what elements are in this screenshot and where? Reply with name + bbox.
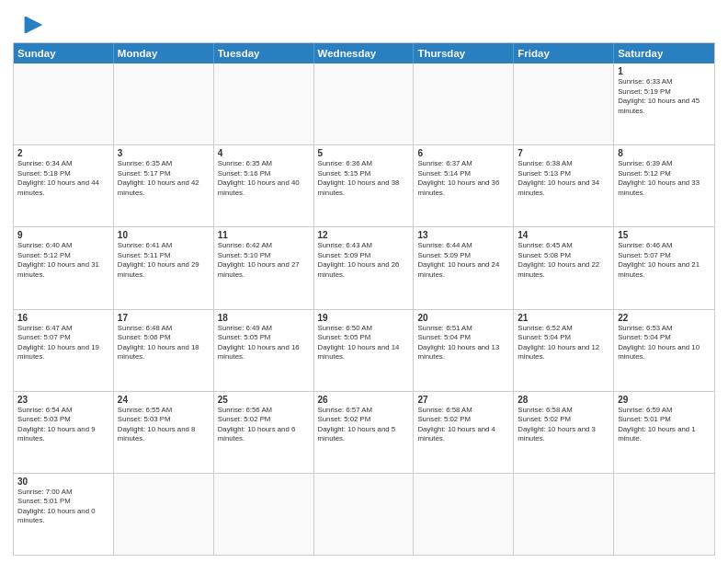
day-info: Sunrise: 6:37 AMSunset: 5:14 PMDaylight:…	[417, 159, 509, 198]
day-cell-16: 16Sunrise: 6:47 AMSunset: 5:07 PMDayligh…	[14, 310, 114, 391]
day-number: 18	[218, 313, 310, 323]
day-info: Sunrise: 6:45 AMSunset: 5:08 PMDaylight:…	[518, 241, 609, 280]
day-number: 5	[318, 148, 410, 158]
day-info: Sunrise: 6:41 AMSunset: 5:11 PMDaylight:…	[118, 241, 210, 280]
day-cell-25: 25Sunrise: 6:56 AMSunset: 5:02 PMDayligh…	[214, 392, 314, 473]
day-number: 6	[417, 148, 509, 158]
day-info: Sunrise: 6:47 AMSunset: 5:07 PMDaylight:…	[17, 324, 109, 362]
day-cell-1: 1Sunrise: 6:33 AMSunset: 5:19 PMDaylight…	[614, 63, 714, 144]
day-number: 28	[518, 395, 609, 405]
day-number: 15	[618, 230, 711, 240]
header-day-wednesday: Wednesday	[314, 43, 415, 63]
day-info: Sunrise: 6:35 AMSunset: 5:17 PMDaylight:…	[118, 159, 210, 198]
day-info: Sunrise: 6:39 AMSunset: 5:12 PMDaylight:…	[618, 159, 711, 198]
day-cell-21: 21Sunrise: 6:52 AMSunset: 5:04 PMDayligh…	[514, 310, 614, 391]
day-info: Sunrise: 6:34 AMSunset: 5:18 PMDaylight:…	[17, 159, 109, 198]
day-cell-12: 12Sunrise: 6:43 AMSunset: 5:09 PMDayligh…	[314, 227, 415, 308]
day-info: Sunrise: 6:43 AMSunset: 5:09 PMDaylight:…	[318, 241, 410, 280]
empty-cell-r0c1	[114, 63, 214, 144]
header	[13, 9, 715, 39]
day-number: 20	[417, 313, 509, 323]
day-info: Sunrise: 6:42 AMSunset: 5:10 PMDaylight:…	[218, 241, 310, 280]
day-number: 19	[318, 313, 410, 323]
day-info: Sunrise: 6:38 AMSunset: 5:13 PMDaylight:…	[518, 159, 609, 198]
day-cell-10: 10Sunrise: 6:41 AMSunset: 5:11 PMDayligh…	[114, 227, 214, 308]
day-number: 2	[17, 148, 109, 158]
calendar-row-3: 9Sunrise: 6:40 AMSunset: 5:12 PMDaylight…	[14, 226, 714, 308]
calendar-row-6: 30Sunrise: 7:00 AMSunset: 5:01 PMDayligh…	[14, 473, 714, 555]
day-cell-19: 19Sunrise: 6:50 AMSunset: 5:05 PMDayligh…	[314, 310, 415, 391]
empty-cell-r5c1	[114, 474, 214, 555]
day-info: Sunrise: 6:57 AMSunset: 5:02 PMDaylight:…	[318, 406, 410, 444]
header-day-thursday: Thursday	[414, 43, 514, 63]
day-number: 4	[218, 148, 310, 158]
calendar-row-1: 1Sunrise: 6:33 AMSunset: 5:19 PMDaylight…	[14, 63, 714, 144]
logo	[13, 13, 50, 39]
day-number: 16	[17, 313, 109, 323]
day-info: Sunrise: 6:35 AMSunset: 5:16 PMDaylight:…	[218, 159, 310, 198]
day-info: Sunrise: 6:53 AMSunset: 5:04 PMDaylight:…	[618, 324, 711, 362]
day-cell-4: 4Sunrise: 6:35 AMSunset: 5:16 PMDaylight…	[214, 145, 314, 226]
day-info: Sunrise: 6:33 AMSunset: 5:19 PMDaylight:…	[618, 77, 711, 116]
day-cell-22: 22Sunrise: 6:53 AMSunset: 5:04 PMDayligh…	[614, 310, 714, 391]
day-number: 22	[618, 313, 711, 323]
day-cell-11: 11Sunrise: 6:42 AMSunset: 5:10 PMDayligh…	[214, 227, 314, 308]
day-number: 3	[118, 148, 210, 158]
day-info: Sunrise: 6:58 AMSunset: 5:02 PMDaylight:…	[518, 406, 609, 444]
day-cell-3: 3Sunrise: 6:35 AMSunset: 5:17 PMDaylight…	[114, 145, 214, 226]
day-cell-26: 26Sunrise: 6:57 AMSunset: 5:02 PMDayligh…	[314, 392, 415, 473]
logo-icon	[13, 13, 46, 39]
page: SundayMondayTuesdayWednesdayThursdayFrid…	[0, 0, 728, 563]
day-number: 23	[17, 395, 109, 405]
day-info: Sunrise: 6:48 AMSunset: 5:06 PMDaylight:…	[118, 324, 210, 362]
day-number: 8	[618, 148, 711, 158]
day-number: 13	[417, 230, 509, 240]
day-cell-20: 20Sunrise: 6:51 AMSunset: 5:04 PMDayligh…	[414, 310, 514, 391]
day-cell-9: 9Sunrise: 6:40 AMSunset: 5:12 PMDaylight…	[14, 227, 114, 308]
empty-cell-r5c4	[414, 474, 514, 555]
day-number: 21	[518, 313, 609, 323]
day-number: 9	[17, 230, 109, 240]
header-day-tuesday: Tuesday	[214, 43, 314, 63]
empty-cell-r0c0	[14, 63, 114, 144]
day-number: 30	[17, 477, 109, 487]
header-day-friday: Friday	[514, 43, 614, 63]
day-info: Sunrise: 6:36 AMSunset: 5:15 PMDaylight:…	[318, 159, 410, 198]
day-cell-23: 23Sunrise: 6:54 AMSunset: 5:03 PMDayligh…	[14, 392, 114, 473]
day-cell-17: 17Sunrise: 6:48 AMSunset: 5:06 PMDayligh…	[114, 310, 214, 391]
day-cell-13: 13Sunrise: 6:44 AMSunset: 5:09 PMDayligh…	[414, 227, 514, 308]
day-cell-14: 14Sunrise: 6:45 AMSunset: 5:08 PMDayligh…	[514, 227, 614, 308]
day-info: Sunrise: 6:59 AMSunset: 5:01 PMDaylight:…	[618, 406, 711, 444]
empty-cell-r5c3	[314, 474, 415, 555]
day-number: 25	[218, 395, 310, 405]
day-number: 7	[518, 148, 609, 158]
day-number: 17	[118, 313, 210, 323]
calendar-header: SundayMondayTuesdayWednesdayThursdayFrid…	[14, 43, 714, 63]
day-number: 11	[218, 230, 310, 240]
day-number: 12	[318, 230, 410, 240]
day-number: 10	[118, 230, 210, 240]
calendar-row-4: 16Sunrise: 6:47 AMSunset: 5:07 PMDayligh…	[14, 309, 714, 391]
day-cell-6: 6Sunrise: 6:37 AMSunset: 5:14 PMDaylight…	[414, 145, 514, 226]
empty-cell-r0c4	[414, 63, 514, 144]
calendar-row-2: 2Sunrise: 6:34 AMSunset: 5:18 PMDaylight…	[14, 144, 714, 226]
day-cell-24: 24Sunrise: 6:55 AMSunset: 5:03 PMDayligh…	[114, 392, 214, 473]
day-cell-28: 28Sunrise: 6:58 AMSunset: 5:02 PMDayligh…	[514, 392, 614, 473]
day-info: Sunrise: 6:55 AMSunset: 5:03 PMDaylight:…	[118, 406, 210, 444]
day-info: Sunrise: 6:52 AMSunset: 5:04 PMDaylight:…	[518, 324, 609, 362]
day-info: Sunrise: 6:40 AMSunset: 5:12 PMDaylight:…	[17, 241, 109, 280]
day-info: Sunrise: 6:51 AMSunset: 5:04 PMDaylight:…	[417, 324, 509, 362]
svg-rect-1	[25, 17, 28, 33]
day-info: Sunrise: 6:58 AMSunset: 5:02 PMDaylight:…	[417, 406, 509, 444]
svg-marker-0	[26, 17, 42, 33]
day-cell-30: 30Sunrise: 7:00 AMSunset: 5:01 PMDayligh…	[14, 474, 114, 555]
empty-cell-r0c5	[514, 63, 614, 144]
day-info: Sunrise: 6:54 AMSunset: 5:03 PMDaylight:…	[17, 406, 109, 444]
day-cell-2: 2Sunrise: 6:34 AMSunset: 5:18 PMDaylight…	[14, 145, 114, 226]
day-info: Sunrise: 6:46 AMSunset: 5:07 PMDaylight:…	[618, 241, 711, 280]
day-cell-8: 8Sunrise: 6:39 AMSunset: 5:12 PMDaylight…	[614, 145, 714, 226]
day-cell-5: 5Sunrise: 6:36 AMSunset: 5:15 PMDaylight…	[314, 145, 415, 226]
empty-cell-r5c6	[614, 474, 714, 555]
day-number: 29	[618, 395, 711, 405]
day-info: Sunrise: 6:44 AMSunset: 5:09 PMDaylight:…	[417, 241, 509, 280]
